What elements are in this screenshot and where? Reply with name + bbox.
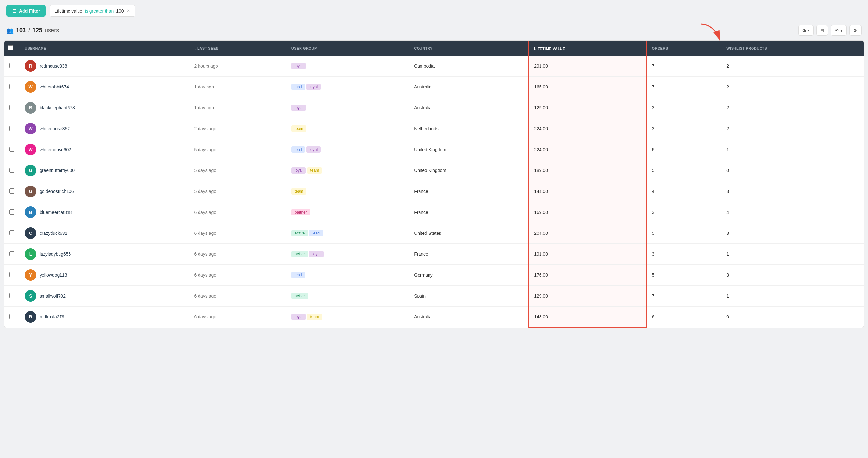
username[interactable]: goldenostrich106 (39, 189, 74, 194)
user-cell: B blackelephant678 (25, 102, 184, 113)
username[interactable]: blackelephant678 (39, 105, 75, 110)
row-checkbox[interactable] (9, 293, 14, 298)
avatar: W (25, 144, 36, 155)
row-checkbox-cell (4, 223, 20, 244)
row-checkbox-cell (4, 181, 20, 202)
row-tags: partner (286, 202, 409, 223)
subheader-actions: ◕ ▾ ⊞ 👁 ▾ ⚙ (798, 25, 862, 36)
avatar: B (25, 102, 36, 113)
row-country: Australia (409, 76, 529, 97)
username[interactable]: lazyladybug656 (39, 252, 71, 257)
col-last-seen[interactable]: ↓ LAST SEEN (189, 41, 286, 56)
user-count: 👥 103 / 125 users (6, 27, 59, 34)
tag-badge: loyal (291, 167, 306, 174)
row-checkbox[interactable] (9, 126, 14, 131)
row-checkbox-cell (4, 56, 20, 76)
tag-badge: loyal (291, 104, 306, 111)
row-lifetime-value: 144.00 (529, 181, 646, 202)
row-checkbox[interactable] (9, 314, 14, 319)
tag-badge: team (307, 167, 322, 174)
user-cell: G greenbutterfly600 (25, 165, 184, 176)
row-checkbox[interactable] (9, 147, 14, 152)
row-checkbox[interactable] (9, 189, 14, 194)
filter-icon: ☰ (12, 8, 17, 13)
row-checkbox-cell (4, 76, 20, 97)
avatar: Y (25, 269, 36, 281)
username[interactable]: yellowdog113 (39, 272, 67, 277)
row-checkbox[interactable] (9, 168, 14, 173)
row-checkbox[interactable] (9, 209, 14, 215)
user-cell: B bluemeercat818 (25, 206, 184, 218)
select-all-checkbox[interactable] (8, 45, 13, 51)
row-tags: activeloyal (286, 244, 409, 265)
row-username-cell: W whitemouse602 (20, 139, 189, 160)
row-last-seen: 6 days ago (189, 223, 286, 244)
row-username-cell: G goldenostrich106 (20, 181, 189, 202)
eye-icon: 👁 (835, 28, 839, 33)
row-checkbox[interactable] (9, 105, 14, 110)
row-checkbox[interactable] (9, 84, 14, 89)
user-cell: R redkoala279 (25, 311, 184, 323)
row-wishlist: 3 (721, 265, 864, 286)
row-checkbox[interactable] (9, 251, 14, 256)
username[interactable]: redmouse338 (39, 63, 67, 68)
username[interactable]: crazyduck631 (39, 231, 67, 236)
row-orders: 7 (646, 286, 721, 306)
row-orders: 3 (646, 118, 721, 139)
row-username-cell: W whiterabbit674 (20, 76, 189, 97)
row-username-cell: W whitegoose352 (20, 118, 189, 139)
row-last-seen: 5 days ago (189, 160, 286, 181)
table-row: Y yellowdog113 6 days agoleadGermany176.… (4, 265, 864, 286)
user-cell: W whitemouse602 (25, 144, 184, 155)
row-lifetime-value: 189.00 (529, 160, 646, 181)
tag-badge: loyal (309, 251, 324, 257)
tag-badge: loyal (306, 84, 321, 90)
row-wishlist: 3 (721, 181, 864, 202)
username[interactable]: whitegoose352 (39, 126, 70, 131)
row-last-seen: 6 days ago (189, 265, 286, 286)
row-checkbox[interactable] (9, 63, 14, 68)
tag-badge: team (291, 125, 307, 132)
table-row: C crazyduck631 6 days agoactiveleadUnite… (4, 223, 864, 244)
table-row: G goldenostrich106 5 days agoteamFrance1… (4, 181, 864, 202)
row-tags: activelead (286, 223, 409, 244)
filter-value: 100 (116, 8, 124, 13)
table-row: R redmouse338 2 hours agoloyalCambodia29… (4, 56, 864, 76)
row-last-seen: 6 days ago (189, 306, 286, 327)
table-row: W whiterabbit674 1 day agoleadloyalAustr… (4, 76, 864, 97)
filter-operator: is greater than (85, 8, 114, 13)
avatar: G (25, 165, 36, 176)
segment-button[interactable]: ◕ ▾ (798, 25, 814, 36)
user-cell: S smallwolf702 (25, 290, 184, 302)
row-last-seen: 5 days ago (189, 139, 286, 160)
table-row: W whitegoose352 2 days agoteamNetherland… (4, 118, 864, 139)
view-chevron: ▾ (840, 28, 843, 33)
add-filter-button[interactable]: ☰ Add Filter (6, 5, 46, 17)
col-orders: ORDERS (646, 41, 721, 56)
row-tags: active (286, 286, 409, 306)
row-username-cell: L lazyladybug656 (20, 244, 189, 265)
filter-close-button[interactable]: × (126, 8, 131, 14)
row-checkbox-cell (4, 202, 20, 223)
username[interactable]: bluemeercat818 (39, 210, 72, 215)
username[interactable]: greenbutterfly600 (39, 168, 75, 173)
count-total: 125 (32, 27, 42, 34)
row-checkbox[interactable] (9, 230, 14, 235)
user-cell: G goldenostrich106 (25, 186, 184, 197)
col-user-group: USER GROUP (286, 41, 409, 56)
settings-button[interactable]: ⚙ (849, 25, 862, 36)
view-button[interactable]: 👁 ▾ (831, 25, 847, 36)
row-orders: 5 (646, 160, 721, 181)
username[interactable]: smallwolf702 (39, 293, 66, 298)
username[interactable]: redkoala279 (39, 314, 64, 319)
username[interactable]: whitemouse602 (39, 147, 71, 152)
layout-button[interactable]: ⊞ (816, 25, 828, 36)
row-checkbox-cell (4, 97, 20, 118)
row-tags: leadloyal (286, 76, 409, 97)
row-checkbox[interactable] (9, 272, 14, 277)
row-country: United Kingdom (409, 139, 529, 160)
row-username-cell: B bluemeercat818 (20, 202, 189, 223)
row-tags: loyalteam (286, 306, 409, 327)
tag-badge: partner (291, 209, 310, 216)
username[interactable]: whiterabbit674 (39, 84, 69, 90)
